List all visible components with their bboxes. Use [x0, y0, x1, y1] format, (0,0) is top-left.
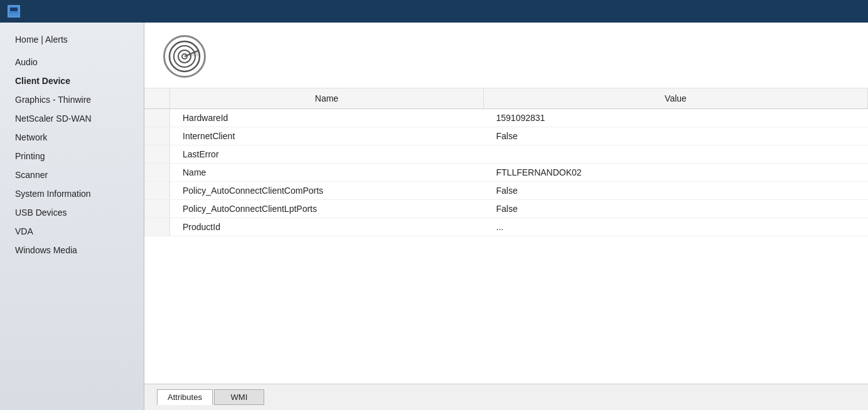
row-name: InternetClient: [170, 127, 484, 145]
row-value: False: [484, 182, 868, 200]
table-row: ProductId...: [144, 218, 868, 236]
row-value: 1591092831: [484, 109, 868, 127]
sidebar-item-network[interactable]: Network: [0, 128, 144, 147]
sidebar-item-printing[interactable]: Printing: [0, 147, 144, 166]
row-indicator: [144, 182, 170, 200]
sidebar-item-system-information[interactable]: System Information: [0, 184, 144, 203]
table-row: Policy_AutoConnectClientComPortsFalse: [144, 182, 868, 200]
svg-rect-1: [9, 13, 19, 16]
sidebar-item-graphics-thinwire[interactable]: Graphics - Thinwire: [0, 90, 144, 109]
app-icon: [8, 5, 20, 18]
row-indicator: [144, 218, 170, 236]
row-value: ...: [484, 218, 868, 236]
title-bar: [0, 0, 868, 23]
row-name: LastError: [170, 145, 484, 164]
table-row: InternetClientFalse: [144, 127, 868, 145]
sidebar-item-scanner[interactable]: Scanner: [0, 166, 144, 184]
row-indicator: [144, 145, 170, 164]
table-row: HardwareId1591092831: [144, 109, 868, 127]
row-name: Name: [170, 164, 484, 182]
tabs-bar: AttributesWMI: [144, 384, 868, 410]
row-indicator: [144, 200, 170, 218]
content-area: Name Value HardwareId1591092831InternetC…: [144, 23, 868, 410]
col-value: Value: [484, 88, 868, 109]
row-name: HardwareId: [170, 109, 484, 127]
col-name: Name: [170, 88, 484, 109]
row-value: False: [484, 127, 868, 145]
row-indicator: [144, 127, 170, 145]
table-header-row: Name Value: [144, 88, 868, 109]
data-table: Name Value HardwareId1591092831InternetC…: [144, 88, 868, 236]
sidebar-item-usb-devices[interactable]: USB Devices: [0, 203, 144, 222]
row-name: Policy_AutoConnectClientComPorts: [170, 182, 484, 200]
sidebar-item-home-alerts[interactable]: Home | Alerts: [0, 30, 144, 49]
client-device-icon: [163, 35, 206, 78]
row-name: ProductId: [170, 218, 484, 236]
row-value: [484, 145, 868, 164]
sidebar-item-client-device[interactable]: Client Device: [0, 71, 144, 90]
svg-rect-2: [10, 8, 18, 11]
tab-wmi[interactable]: WMI: [214, 389, 264, 405]
tab-attributes[interactable]: Attributes: [157, 389, 213, 405]
sidebar-item-windows-media[interactable]: Windows Media: [0, 241, 144, 260]
row-value: FTLLFERNANDOK02: [484, 164, 868, 182]
row-indicator: [144, 109, 170, 127]
sidebar: Home | AlertsAudioClient DeviceGraphics …: [0, 23, 144, 410]
table-container: Name Value HardwareId1591092831InternetC…: [144, 88, 868, 384]
row-value: False: [484, 200, 868, 218]
row-name: Policy_AutoConnectClientLptPorts: [170, 200, 484, 218]
table-row: Policy_AutoConnectClientLptPortsFalse: [144, 200, 868, 218]
sidebar-item-netscaler-sd-wan[interactable]: NetScaler SD-WAN: [0, 109, 144, 128]
row-indicator: [144, 164, 170, 182]
col-indicator: [144, 88, 170, 109]
sidebar-item-vda[interactable]: VDA: [0, 222, 144, 241]
table-row: NameFTLLFERNANDOK02: [144, 164, 868, 182]
content-header: [144, 23, 868, 88]
main-layout: Home | AlertsAudioClient DeviceGraphics …: [0, 23, 868, 410]
sidebar-item-audio[interactable]: Audio: [0, 53, 144, 71]
table-row: LastError: [144, 145, 868, 164]
